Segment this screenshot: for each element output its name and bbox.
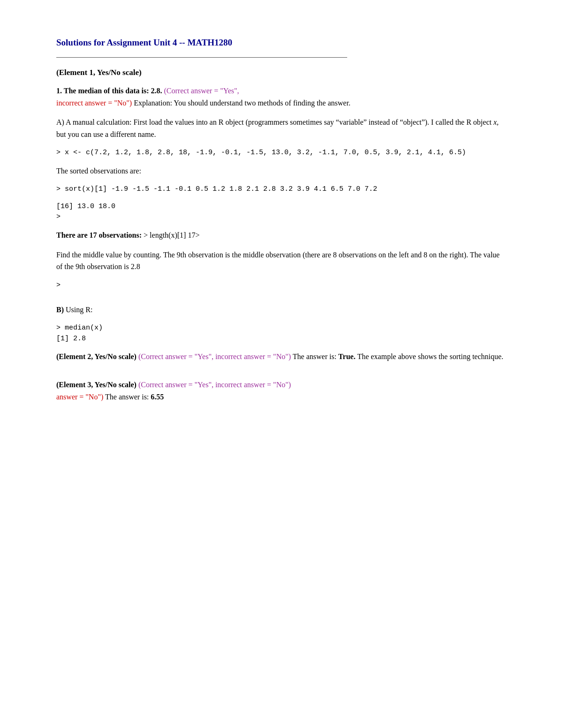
code-block-3: [16] 13.0 18.0 > [56, 202, 507, 223]
incorrect-answer-text: incorrect answer = "No") [56, 99, 132, 107]
code-block-2: > sort(x)[1] -1.9 -1.5 -1.1 -0.1 0.5 1.2… [56, 184, 507, 195]
page-container: Solutions for Assignment Unit 4 -- MATH1… [0, 0, 563, 448]
obs-bold: There are 17 observations: [56, 231, 142, 239]
observations-paragraph: There are 17 observations: > length(x)[1… [56, 229, 507, 241]
element2-text2: The example above shows the sorting tech… [357, 353, 503, 360]
question-intro: The median of this data is: [64, 87, 149, 95]
sorted-label: The sorted observations are: [56, 165, 507, 177]
section-b-label: B) [56, 306, 64, 314]
page-title: Solutions for Assignment Unit 4 -- MATH1… [56, 38, 507, 48]
element3-paragraph: (Element 3, Yes/No scale) (Correct answe… [56, 379, 507, 403]
spacer2 [56, 370, 507, 379]
question-number: 1. [56, 87, 64, 95]
explanation-text: Explanation: You should understand two m… [134, 99, 350, 107]
code-block-4: > median(x) [1] 2.8 [56, 323, 507, 344]
variable-name: x, [494, 118, 499, 126]
section-b-text: Using R: [66, 306, 92, 314]
element2-paragraph: (Element 2, Yes/No scale) (Correct answe… [56, 351, 507, 363]
element1-heading: (Element 1, Yes/No scale) [56, 68, 507, 77]
middle-value-paragraph: Find the middle value by counting. The 9… [56, 249, 507, 273]
section-a-text: A) A manual calculation: First load the … [56, 118, 499, 138]
correct-answer-text: (Correct answer = "Yes", [164, 87, 239, 95]
element3-text1: The answer is: [105, 393, 149, 401]
element3-incorrect: answer = "No") [56, 393, 103, 401]
element3-answer: 6.55 [151, 393, 164, 401]
element2-correct: (Correct answer = "Yes", incorrect answe… [138, 353, 291, 360]
element3-correct: (Correct answer = "Yes", incorrect answe… [138, 381, 291, 389]
code-block-1: > x <- c(7.2, 1.2, 1.8, 2.8, 18, -1.9, -… [56, 148, 507, 158]
element3-heading: (Element 3, Yes/No scale) [56, 381, 137, 389]
section-a-paragraph: A) A manual calculation: First load the … [56, 116, 507, 140]
section-b-paragraph: B) Using R: [56, 304, 507, 316]
prompt-line: > [56, 280, 507, 289]
element2-heading: (Element 2, Yes/No scale) [56, 353, 137, 360]
obs-code: > length(x)[1] 17> [144, 231, 199, 239]
question1-paragraph: 1. The median of this data is: 2.8. (Cor… [56, 85, 507, 109]
question-value: 2.8. [151, 87, 162, 95]
element2-answer: True. [338, 353, 356, 360]
spacer1 [56, 295, 507, 304]
section-divider [56, 57, 347, 58]
element2-text1: The answer is: [293, 353, 336, 360]
